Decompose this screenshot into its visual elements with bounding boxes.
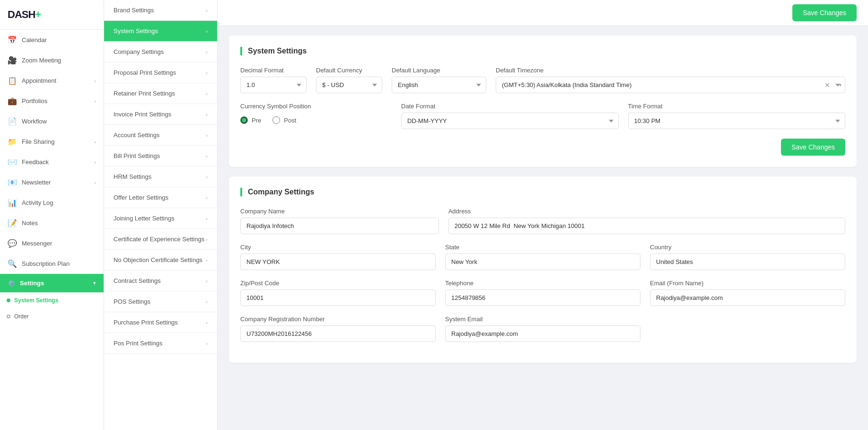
submenu-item-system-settings[interactable]: System Settings › [104,21,217,42]
submenu-item-bill-print[interactable]: Bill Print Settings › [104,146,217,167]
company-settings-title: Company Settings [240,188,845,196]
date-format-select[interactable]: DD-MM-YYYY [401,113,619,129]
city-group: City [240,244,436,270]
sidebar-item-portfolios[interactable]: 💼Portfolios › [0,91,104,111]
chevron-icon: › [206,195,208,201]
default-language-label: Default Language [392,67,486,74]
company-name-group: Company Name [240,208,439,234]
submenu-item-brand-settings[interactable]: Brand Settings › [104,0,217,21]
chevron-right-icon: › [94,139,96,145]
default-language-select[interactable]: English [392,77,486,93]
system-settings-save-button[interactable]: Save Changes [781,139,845,156]
main-nav-list: 📅Calendar 🎥Zoom Meeting 📋Appointment › 💼… [0,30,104,430]
chevron-right-icon: › [94,159,96,165]
email-from-name-input[interactable] [650,290,845,306]
currency-position-group: Currency Symbol Position Pre Post [240,103,392,128]
default-currency-group: Default Currency $ - USD [316,67,382,93]
state-input[interactable] [445,254,640,270]
sidebar-item-notes[interactable]: 📝Notes [0,213,104,233]
sidebar-item-appointment[interactable]: 📋Appointment › [0,70,104,91]
submenu-item-retainer-print[interactable]: Retainer Print Settings › [104,83,217,104]
submenu-item-pos-settings[interactable]: POS Settings › [104,291,217,312]
zip-label: Zip/Post Code [240,280,436,287]
chevron-icon: › [206,153,208,159]
sidebar-item-zoom[interactable]: 🎥Zoom Meeting [0,50,104,70]
country-input[interactable] [650,254,845,270]
submenu-item-joining-letter[interactable]: Joining Letter Settings › [104,208,217,229]
address-group: Address [448,208,845,234]
sidebar-item-settings[interactable]: ⚙️Settings ▾ [0,274,104,292]
sidebar-item-system-settings[interactable]: System Settings [0,292,104,308]
address-input[interactable] [448,218,845,234]
time-format-select[interactable]: 10:30 PM [628,113,846,129]
email-from-name-label: Email (From Name) [650,280,845,287]
chevron-icon: › [206,91,208,97]
submenu-panel: Brand Settings › System Settings › Compa… [104,0,218,430]
sidebar-item-activity-log[interactable]: 📊Activity Log [0,193,104,213]
decimal-format-label: Decimal Format [240,67,307,74]
chevron-down-icon: ▾ [93,280,96,286]
submenu-item-pos-print[interactable]: Pos Print Settings › [104,333,217,354]
timezone-clear-button[interactable]: ✕ [823,81,832,89]
radio-pre[interactable]: Pre [240,116,261,124]
chevron-icon: › [206,341,208,346]
main-content: Save Changes System Settings Decimal For… [218,0,868,430]
radio-pre-input[interactable] [240,116,248,124]
state-group: State [445,244,640,270]
sidebar-item-calendar[interactable]: 📅Calendar [0,30,104,50]
submenu-item-company-settings[interactable]: Company Settings › [104,42,217,62]
company-row1: Company Name Address [240,208,845,234]
submenu-item-account-settings[interactable]: Account Settings › [104,125,217,146]
submenu-item-invoice-print[interactable]: Invoice Print Settings › [104,104,217,125]
email-from-name-group: Email (From Name) [650,280,845,306]
top-bar: Save Changes [218,0,868,26]
system-settings-save-row: Save Changes [240,139,845,156]
zip-input[interactable] [240,290,436,306]
company-name-label: Company Name [240,208,439,215]
submenu-item-purchase-print[interactable]: Purchase Print Settings › [104,312,217,333]
newsletter-icon: 📧 [8,178,17,187]
sidebar-item-order[interactable]: Order [0,308,104,325]
top-save-button[interactable]: Save Changes [792,4,857,21]
company-name-input[interactable] [240,218,439,234]
date-format-group: Date Format DD-MM-YYYY [401,103,619,129]
submenu-item-offer-letter[interactable]: Offer Letter Settings › [104,187,217,208]
portfolios-icon: 💼 [8,97,17,105]
submenu-item-hrm-settings[interactable]: HRM Settings › [104,167,217,187]
sidebar-item-feedback[interactable]: ✉️Feedback › [0,152,104,172]
city-input[interactable] [240,254,436,270]
decimal-format-select[interactable]: 1.0 1.00 [240,77,307,93]
left-sidebar: DASH+ 📅Calendar 🎥Zoom Meeting 📋Appointme… [0,0,104,430]
company-reg-input[interactable] [240,325,436,342]
telephone-label: Telephone [445,280,640,287]
state-label: State [445,244,640,251]
company-reg-group: Company Registration Number [240,316,436,342]
sidebar-item-newsletter[interactable]: 📧Newsletter › [0,172,104,193]
timezone-select[interactable]: (GMT+5:30) Asia/Kolkata (India Standard … [496,77,845,93]
submenu-item-certificate-exp[interactable]: Certificate of Experience Settings › [104,229,217,250]
submenu-item-contract-settings[interactable]: Contract Settings › [104,271,217,291]
default-currency-select[interactable]: $ - USD [316,77,382,93]
submenu-item-proposal-print[interactable]: Proposal Print Settings › [104,62,217,83]
company-reg-label: Company Registration Number [240,316,436,323]
decimal-format-group: Decimal Format 1.0 1.00 [240,67,307,93]
time-format-label: Time Format [628,103,846,110]
date-format-label: Date Format [401,103,619,110]
sidebar-item-workflow[interactable]: 📄Workflow [0,111,104,132]
system-email-input[interactable] [445,325,640,342]
sidebar-item-subscription[interactable]: 🔍Subscription Plan [0,254,104,274]
chevron-icon: › [206,49,208,55]
calendar-icon: 📅 [8,35,17,44]
sidebar-item-messenger[interactable]: 💬Messenger [0,233,104,254]
zip-group: Zip/Post Code [240,280,436,306]
country-group: Country [650,244,845,270]
company-row2: City State Country [240,244,845,270]
system-email-group: System Email [445,316,640,342]
sidebar-item-file-sharing[interactable]: 📁File Sharing › [0,132,104,152]
telephone-input[interactable] [445,290,640,306]
notes-icon: 📝 [8,219,17,228]
radio-post[interactable]: Post [272,116,296,124]
submenu-item-no-objection[interactable]: No Objection Certificate Settings › [104,250,217,271]
chevron-icon: › [206,28,208,34]
radio-post-input[interactable] [272,116,280,124]
